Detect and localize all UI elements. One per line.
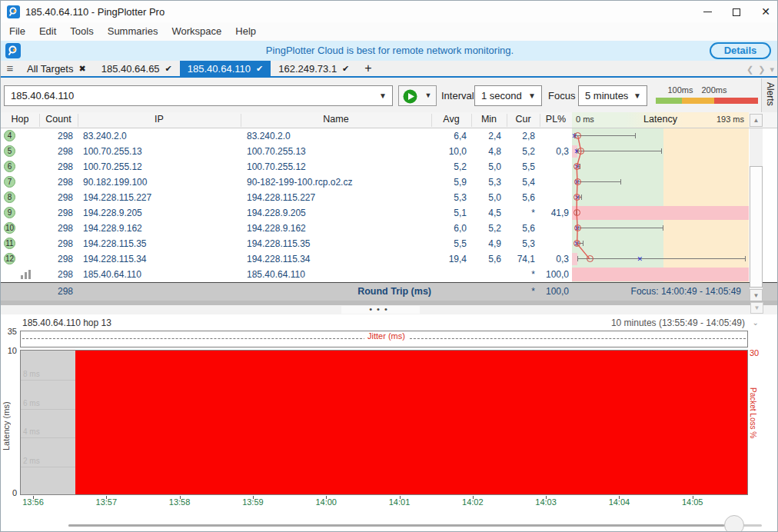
average-latency-marker — [574, 240, 580, 247]
interval-value: 1 second — [481, 90, 522, 101]
timeline-scrollbar-knob[interactable] — [724, 515, 744, 532]
time-range-label[interactable]: 10 minutes (13:55:49 - 14:05:49) — [611, 318, 745, 328]
menu-item-file[interactable]: File — [2, 22, 32, 41]
latency-axis-title: Latency (ms) — [0, 384, 11, 468]
average-latency-marker — [574, 178, 581, 185]
avg-cell: 5,9 — [428, 175, 467, 190]
splitter-grip[interactable]: ••• — [341, 306, 420, 314]
alerts-side-tab-label: Alerts — [765, 82, 776, 106]
maximize-button[interactable] — [723, 1, 750, 22]
name-cell: 194.228.115.35 — [247, 236, 427, 251]
round-trip-label: Round Trip (ms) — [247, 283, 431, 301]
start-trace-button[interactable] — [398, 85, 421, 106]
new-tab-button[interactable]: + — [357, 61, 379, 76]
name-cell: 100.70.255.13 — [247, 144, 427, 159]
hop-number-badge: 10 — [4, 222, 15, 234]
table-row[interactable]: 5 298 100.70.255.13 100.70.255.13 10,0 4… — [1, 144, 778, 159]
pane-splitter[interactable]: ••• — [1, 301, 778, 314]
timeline-plot[interactable]: 2 ms4 ms6 ms8 ms — [20, 350, 748, 495]
focus-label: Focus — [548, 90, 575, 101]
table-row[interactable]: 7 298 90.182.199.100 90-182-199-100.rcp.… — [1, 175, 778, 190]
min-max-whisker — [577, 151, 662, 151]
time-tick-label: 14:04 — [602, 497, 636, 507]
menu-item-workspace[interactable]: Workspace — [165, 22, 228, 41]
time-range-chevron-icon[interactable]: ⌄ — [753, 318, 759, 327]
minimize-button[interactable] — [694, 1, 720, 22]
focus-select[interactable]: 5 minutes ▼ — [578, 85, 647, 106]
close-tab-icon[interactable]: ✖ — [78, 64, 85, 74]
details-button[interactable]: Details — [710, 42, 771, 59]
tab-all-targets[interactable]: All Targets✖ — [19, 61, 94, 76]
window-title: 185.40.64.110 - PingPlotter Pro — [25, 6, 165, 18]
latency-graph-cell: ✕ — [572, 221, 749, 236]
round-trip-row[interactable]: 298 Round Trip (ms) * 100,0 Focus: 14:00… — [1, 282, 778, 301]
grid-scrollbar-thumb[interactable] — [750, 166, 763, 288]
table-row[interactable]: 9 298 194.228.9.205 194.228.9.205 5,1 4,… — [1, 205, 778, 221]
legend-bad-segment — [714, 98, 758, 104]
target-address-combobox[interactable]: 185.40.64.110 ▼ — [4, 85, 393, 106]
menu-item-summaries[interactable]: Summaries — [101, 22, 165, 41]
min-cell: 5,3 — [467, 175, 501, 190]
table-row[interactable]: 12 298 194.228.115.34 194.228.115.34 19,… — [1, 251, 778, 267]
pl-cell — [535, 159, 569, 175]
min-cell: 5,0 — [467, 159, 501, 175]
latency-graph-cell: ✕ — [572, 144, 749, 159]
column-header-cur[interactable]: Cur — [507, 114, 540, 125]
close-button[interactable]: ✕ — [753, 1, 778, 22]
table-row[interactable]: 11 298 194.228.115.35 194.228.115.35 5,5… — [1, 236, 778, 251]
chevron-down-icon[interactable]: ▼ — [528, 86, 536, 105]
column-header-pl[interactable]: PL% — [540, 114, 572, 125]
cur-cell: 5,2 — [501, 144, 535, 159]
count-cell: 298 — [39, 236, 73, 251]
table-row[interactable]: 10 298 194.228.9.162 194.228.9.162 6,0 5… — [1, 221, 778, 236]
bar-chart-icon — [21, 270, 32, 279]
menu-item-edit[interactable]: Edit — [32, 22, 63, 41]
tab-scroll-left-icon[interactable]: ❮ — [746, 65, 753, 75]
column-header-min[interactable]: Min — [471, 114, 507, 125]
tab-185-40-64-65[interactable]: 185.40.64.65✔ — [94, 61, 180, 76]
time-tick-label: 14:03 — [529, 497, 563, 507]
column-header-name[interactable]: Name — [241, 114, 431, 125]
min-max-whisker — [574, 135, 637, 136]
alerts-side-tab[interactable]: Alerts — [761, 78, 777, 114]
check-icon[interactable]: ✔ — [165, 64, 172, 74]
latency-gridline — [21, 437, 75, 438]
pane-collapse-icon[interactable]: ▼ — [750, 302, 763, 314]
start-options-dropdown[interactable]: ▼ — [421, 85, 437, 106]
chevron-down-icon[interactable]: ▼ — [633, 86, 641, 105]
column-header-count[interactable]: Count — [39, 114, 78, 125]
avg-cell: 6,4 — [428, 128, 467, 144]
legend-200ms-label: 200ms — [695, 85, 733, 95]
menu-item-tools[interactable]: Tools — [63, 22, 100, 41]
chevron-down-icon[interactable]: ▼ — [379, 86, 387, 105]
tab-162-249-73-1[interactable]: 162.249.73.1✔ — [271, 61, 357, 76]
table-row[interactable]: 8 298 194.228.115.227 194.228.115.227 5,… — [1, 190, 778, 205]
legend-warn-segment — [682, 98, 714, 104]
timeline-scrollbar-fill — [68, 524, 724, 527]
tab-label: 162.249.73.1 — [278, 63, 337, 75]
column-header-ip[interactable]: IP — [78, 114, 241, 125]
time-graph-pane: 185.40.64.110 hop 13 10 minutes (13:55:4… — [1, 314, 778, 532]
hop-cell: 4 — [1, 128, 39, 144]
column-header-avg[interactable]: Avg — [431, 114, 471, 125]
hop-cell: 10 — [1, 221, 39, 236]
table-row[interactable]: 6 298 100.70.255.12 100.70.255.12 5,2 5,… — [1, 159, 778, 175]
tab-overflow-icon[interactable]: ▾ — [770, 65, 774, 75]
min-cell: 5,6 — [467, 251, 501, 267]
latency-axis-max: 10 — [1, 346, 17, 355]
min-cell — [467, 267, 501, 282]
tab-185-40-64-110[interactable]: 185.40.64.110✔ — [180, 61, 271, 76]
menu-item-help[interactable]: Help — [228, 22, 263, 41]
time-tick-label: 14:02 — [456, 497, 490, 507]
check-icon[interactable]: ✔ — [342, 64, 349, 74]
table-row[interactable]: 4 298 83.240.2.0 83.240.2.0 6,4 2,4 2,8 … — [1, 128, 778, 144]
check-icon[interactable]: ✔ — [256, 64, 263, 74]
play-icon — [402, 88, 418, 105]
interval-select[interactable]: 1 second ▼ — [474, 85, 542, 106]
hop-number-badge: 6 — [4, 161, 15, 172]
tab-list-menu-icon[interactable]: ≡ — [1, 61, 19, 76]
tab-scroll-right-icon[interactable]: ❯ — [758, 65, 765, 75]
scrollbar-up-button[interactable]: ▲ — [750, 114, 763, 127]
column-header-hop[interactable]: Hop — [1, 114, 39, 125]
table-row[interactable]: 298 185.40.64.110 185.40.64.110 * 100,0 — [1, 267, 778, 282]
